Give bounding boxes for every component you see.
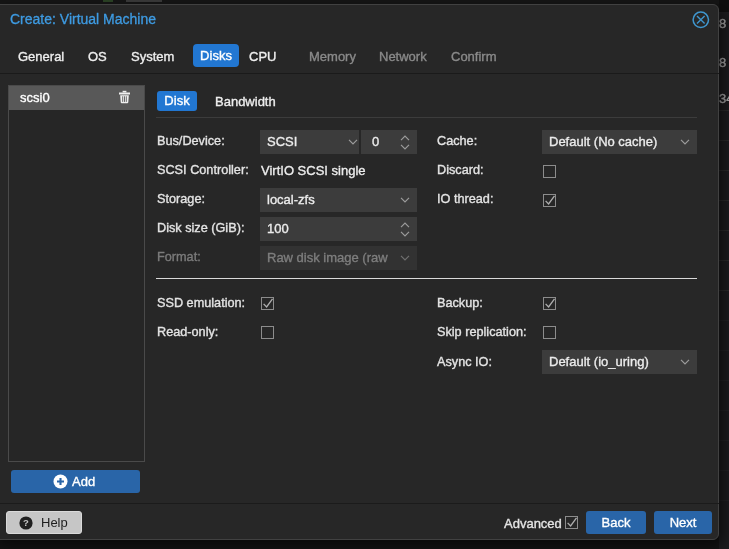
svg-text:?: ? bbox=[23, 517, 29, 528]
